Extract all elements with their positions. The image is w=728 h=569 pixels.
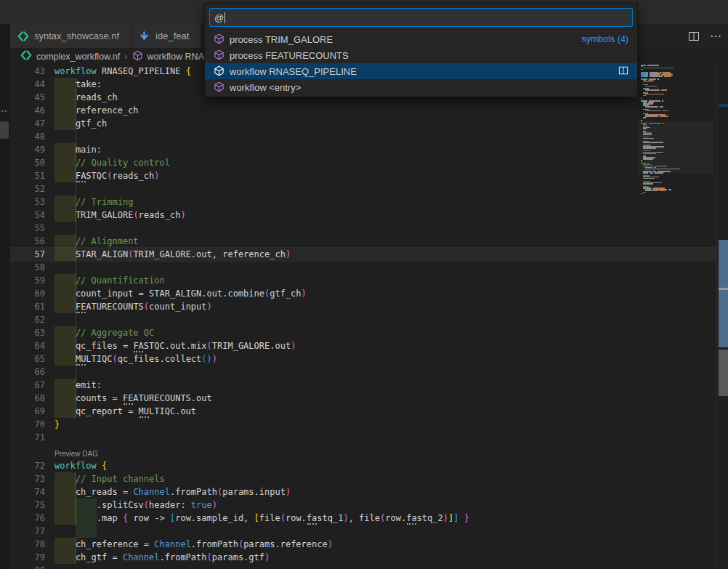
code-line[interactable]: 62 [10,313,716,326]
code-editor[interactable]: 43workflow RNASEQ_PIPELINE {44 take:45 r… [10,65,716,569]
line-number: 71 [10,431,45,444]
open-to-side-button[interactable] [618,65,628,78]
code-text: FEATURECOUNTS(count_input) [54,300,212,313]
minimap-line [645,169,680,170]
code-line[interactable]: 49 main: [10,143,716,156]
code-line[interactable]: 75 .splitCsv(header: true) [10,499,716,512]
quick-pick-list: process TRIM_GALOREsymbols (4)process FE… [205,31,637,95]
code-text: ch_reference = Channel.fromPath(params.r… [54,538,333,551]
minimap-line [643,68,674,69]
tab-ide-feat[interactable]: ide_feat [132,24,201,48]
code-text: // Input channels [54,472,165,485]
line-number: 75 [10,499,45,512]
code-line[interactable]: 74 ch_reads = Channel.fromPath(params.in… [10,485,716,499]
code-line[interactable]: 47 gtf_ch [10,117,716,130]
code-line[interactable]: 78 ch_reference = Channel.fromPath(param… [10,538,716,551]
breadcrumb-separator: › [124,52,127,62]
arrow-down-icon [139,31,150,42]
code-text: // Alignment [54,235,139,248]
code-line[interactable]: 50 // Quality control [10,156,716,169]
overview-ruler-cursor-mark [719,288,728,290]
minimap-line [645,94,664,95]
code-line[interactable]: 56 // Alignment [10,235,716,248]
quick-pick-item[interactable]: workflow RNASEQ_PIPELINE [205,63,637,79]
code-line[interactable]: 68 counts = FEATURECOUNTS.out [10,392,716,405]
code-line[interactable]: 77 [10,525,716,538]
code-line[interactable]: 52 [10,182,716,195]
code-line[interactable]: 55 [10,222,716,235]
minimap-line [643,95,646,97]
line-number: 73 [10,472,45,485]
strip-scroll-handle[interactable] [0,121,9,139]
code-line[interactable]: 57 STAR_ALIGN(TRIM_GALORE.out, reference… [10,248,716,261]
minimap-line [641,160,642,161]
quick-pick-widget: @ process TRIM_GALOREsymbols (4)process … [204,3,638,97]
code-text: qc_files = FASTQC.out.mix(TRIM_GALORE.ou… [54,339,296,352]
minimap-line [643,172,663,174]
line-number: 48 [10,130,45,143]
line-number: 74 [10,485,45,499]
code-line[interactable]: 59 // Quantification [10,274,716,287]
line-number: 51 [10,169,45,182]
line-number: 54 [10,209,45,222]
line-number: 52 [10,182,45,195]
code-line[interactable]: 79 ch_gtf = Channel.fromPath(params.gtf) [10,551,716,564]
scrollbar-thumb-secondary[interactable] [719,350,728,396]
line-number: 67 [10,379,45,392]
indent-guide [76,261,76,274]
code-line[interactable]: 73 // Input channels [10,472,716,485]
activity-strip: ⋯ [0,24,10,569]
minimap[interactable] [638,65,713,569]
overflow-dots-icon: ⋯ [0,105,8,116]
code-line[interactable]: 71 [10,431,716,444]
quick-pick-input[interactable]: @ [209,8,633,27]
quick-pick-item[interactable]: process FEATURECOUNTS [205,47,637,63]
code-line[interactable]: 67 emit: [10,379,716,392]
split-editor-button[interactable] [688,31,700,42]
code-text: emit: [54,379,102,392]
line-number: 57 [10,248,45,261]
codelens-preview-dag[interactable]: Preview DAG [54,444,98,463]
code-line[interactable]: 76 .map { row -> [row.sample_id, [file(r… [10,512,716,525]
code-line[interactable]: 65 MULTIQC(qc_files.collect()) [10,352,716,366]
code-line[interactable]: 61 FEATURECOUNTS(count_input) [10,300,716,313]
line-number: 43 [10,65,45,78]
indent-guide [76,130,76,143]
code-text: MULTIQC(qc_files.collect()) [54,352,217,366]
minimap-line [641,120,642,121]
code-text: main: [54,143,102,156]
code-line[interactable]: 64 qc_files = FASTQC.out.mix(TRIM_GALORE… [10,339,716,352]
code-line[interactable]: 63 // Aggregate QC [10,326,716,339]
code-line[interactable]: 53 // Trimming [10,195,716,209]
code-line[interactable]: 54 TRIM_GALORE(reads_ch) [10,209,716,222]
symbol-cube-icon [214,81,225,93]
line-number: 46 [10,104,45,117]
code-line[interactable]: 60 count_input = STAR_ALIGN.out.combine(… [10,287,716,300]
code-line[interactable]: 70} [10,418,716,431]
quick-pick-item[interactable]: workflow <entry> [205,79,637,95]
scrollbar-thumb[interactable] [719,240,728,347]
tab-syntax-showcase-nf[interactable]: syntax_showcase.nf [10,24,132,48]
code-line[interactable]: 48 [10,130,716,143]
line-number: 61 [10,300,45,313]
minimap-line [641,193,642,195]
quick-pick-item-label: workflow <entry> [230,82,301,93]
code-line[interactable]: 72workflow { [10,459,716,472]
code-line[interactable]: 51 FASTQC(reads_ch) [10,169,716,182]
minimap-line [645,106,663,108]
code-text: reads_ch [54,91,118,104]
code-text: // Quality control [54,156,170,169]
code-line[interactable]: 66 [10,366,716,379]
code-line[interactable]: 80 [10,564,716,569]
code-line[interactable]: 58 [10,261,716,274]
vertical-scrollbar[interactable] [716,65,728,569]
more-actions-button[interactable]: ⋯ [710,33,722,40]
line-number: 59 [10,274,45,287]
code-line[interactable]: 46 reference_ch [10,104,716,117]
minimap-line [643,183,653,185]
quick-pick-item[interactable]: process TRIM_GALOREsymbols (4) [205,31,637,47]
indent-guide [76,222,76,235]
breadcrumb-file[interactable]: complex_workflow.nf [36,52,120,62]
minimap-line [643,192,646,193]
code-line[interactable]: 69 qc_report = MULTIQC.out [10,405,716,418]
